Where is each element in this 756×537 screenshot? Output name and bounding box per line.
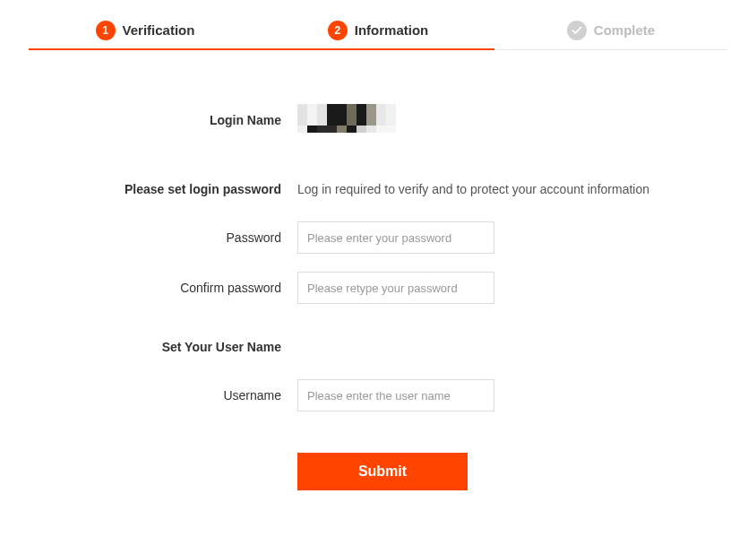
- step-verification: 1 Verification: [29, 11, 262, 49]
- setup-form: Login Name Please set login password Log…: [29, 104, 727, 490]
- username-input[interactable]: [297, 379, 494, 411]
- check-icon: [567, 21, 587, 40]
- step-complete: Complete: [494, 11, 727, 49]
- confirm-password-label: Confirm password: [29, 281, 297, 295]
- step-badge-2: 2: [328, 21, 348, 40]
- step-label-3: Complete: [594, 22, 655, 38]
- stepper-progress-bar: [29, 48, 494, 50]
- step-information: 2 Information: [262, 11, 494, 49]
- password-input[interactable]: [297, 221, 494, 254]
- password-label: Password: [29, 230, 297, 245]
- step-badge-1: 1: [96, 21, 116, 40]
- password-section-title: Please set login password: [29, 182, 297, 196]
- confirm-password-input[interactable]: [297, 272, 494, 304]
- submit-button[interactable]: Submit: [297, 453, 468, 490]
- username-label: Username: [29, 388, 297, 403]
- password-section-hint: Log in required to verify and to protect…: [297, 182, 727, 196]
- login-name-label: Login Name: [29, 113, 297, 127]
- login-name-value-redacted: [297, 104, 396, 133]
- progress-stepper: 1 Verification 2 Information Complete: [29, 11, 727, 50]
- step-label-1: Verification: [123, 22, 195, 38]
- step-label-2: Information: [355, 22, 429, 38]
- username-section-title: Set Your User Name: [29, 340, 297, 354]
